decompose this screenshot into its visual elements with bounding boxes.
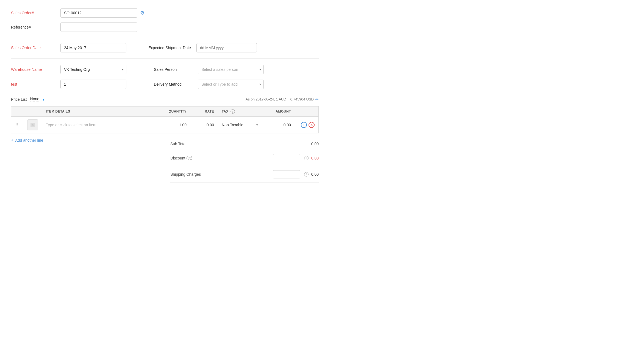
tax-chevron-icon: ▾ [256,123,258,127]
exchange-rate-edit-icon[interactable]: ✏ [315,97,319,102]
drag-handle-icon[interactable]: ⠿ [15,123,20,127]
table-row: ⠿ Type or click to select an item [11,117,319,133]
gear-icon[interactable]: ⚙ [140,10,145,16]
discount-info-icon[interactable]: i [304,156,309,160]
price-list-dropdown-icon[interactable]: ▾ [43,97,45,102]
tax-info-icon[interactable]: i [231,109,235,114]
item-tax-cell: Non-Taxable ▾ [218,117,262,133]
sales-order-input[interactable]: SO-00012 [60,8,137,18]
item-quantity[interactable]: 1.00 [157,117,190,133]
col-item-details: ITEM DETAILS [42,107,157,117]
col-quantity: QUANTITY [157,107,190,117]
discount-label: Discount (%) [170,156,192,160]
sub-total-label: Sub Total [170,142,186,146]
discount-input[interactable] [273,154,300,162]
discount-value: 0.00 [311,156,319,160]
item-image-col-header [23,107,42,117]
price-list-value: None [30,97,39,102]
warehouse-select[interactable]: VK Testing Org [60,65,126,74]
exchange-rate-text: As on 2017-05-24, 1 AUD = 0.745904 USD [246,97,314,101]
reference-input[interactable] [60,23,137,32]
sub-total-value: 0.00 [311,142,319,146]
delivery-method-select[interactable]: Select or Type to add [198,80,264,89]
shipping-input[interactable] [273,170,300,178]
item-tax-select[interactable]: Non-Taxable [222,123,248,127]
item-amount: 0.00 [262,117,295,133]
col-rate: RATE [190,107,218,117]
sales-order-date-input[interactable]: 24 May 2017 [60,43,126,52]
sales-order-label: Sales Order# [11,11,55,15]
col-amount: AMOUNT [262,107,295,117]
items-table: ITEM DETAILS QUANTITY RATE TAX i AMOUNT … [11,106,319,133]
sales-person-label: Sales Person [154,67,192,72]
warehouse-label: Warehouse Name [11,67,55,72]
sales-order-date-label: Sales Order Date [11,46,55,50]
col-tax: TAX i [218,107,262,117]
reference-label: Reference# [11,25,55,29]
add-row-button[interactable]: + [301,122,307,128]
delivery-method-label: Delivery Method [154,82,192,86]
svg-point-1 [32,124,32,125]
price-list-label: Price List [11,97,27,102]
add-line-label: Add another line [15,138,43,142]
item-rate[interactable]: 0.00 [190,117,218,133]
shipping-value: 0.00 [311,172,319,177]
add-line-plus-icon: + [11,138,13,143]
shipping-info-icon[interactable]: i [304,172,309,177]
test-label: test [11,82,55,86]
item-select-placeholder[interactable]: Type or click to select an item [46,123,96,127]
sales-person-select[interactable]: Select a sales person [198,65,264,74]
expected-shipment-label: Expected Shipment Date [148,46,191,50]
expected-shipment-input[interactable] [196,43,257,52]
item-image-placeholder [27,119,38,130]
drag-col-header [11,107,24,117]
test-input[interactable] [60,80,126,89]
add-line-button[interactable]: + Add another line [11,138,159,143]
remove-row-button[interactable]: × [309,122,315,128]
shipping-label: Shipping Charges [170,172,201,177]
col-actions [295,107,319,117]
